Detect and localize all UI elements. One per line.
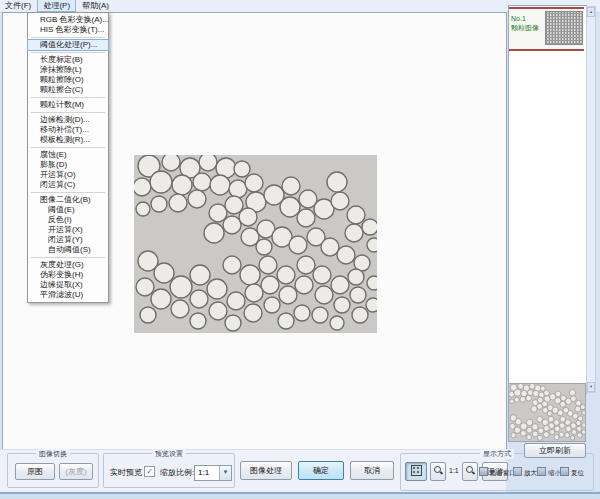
group-display-mode-label: 显示方式 [480, 449, 514, 459]
group-display-mode: 显示方式 1:1 漫游 适合窗口放大缩小复位 [400, 453, 594, 491]
ok-button[interactable]: 确定 [298, 461, 344, 480]
display-mode-option-icon [537, 467, 546, 476]
zoom-in-tool-button[interactable] [462, 462, 478, 481]
magnifier-icon [434, 466, 443, 475]
group-preview-settings-label: 预览设置 [152, 449, 186, 459]
zoom-ratio-value: 1:1 [198, 468, 209, 477]
menubar-item-file[interactable]: 文件(F) [0, 0, 36, 11]
display-mode-option-icon [513, 467, 522, 476]
zoom-ratio-label: 缩放比例: [160, 467, 194, 478]
scroll-down-icon[interactable]: ▼ [587, 382, 595, 392]
menu-item[interactable]: HIS 色彩变换(T)... [28, 25, 108, 35]
cancel-button[interactable]: 取消 [350, 461, 394, 480]
menu-item[interactable]: 长度标定(B) [28, 55, 108, 65]
menu-item[interactable]: 移动补偿(T)... [28, 125, 108, 135]
menu-item[interactable]: 腐蚀(E) [28, 150, 108, 160]
live-preview-checkbox[interactable]: ✓ [144, 466, 155, 477]
menu-item[interactable]: 膨胀(D) [28, 160, 108, 170]
history-item-thumbnail [545, 11, 583, 45]
menu-separator [31, 97, 105, 98]
display-mode-option[interactable]: 复位 [560, 467, 584, 477]
display-mode-option-icon [560, 467, 569, 476]
fit-window-button[interactable] [405, 462, 427, 481]
menu-item[interactable]: 颗粒擦除(O) [28, 75, 108, 85]
menu-item[interactable]: 闭运算(C) [28, 180, 108, 190]
gray-image-button: (灰度) [59, 463, 93, 480]
magnifier-plus-icon [466, 466, 475, 475]
preview-thumbnail-image[interactable] [509, 384, 585, 441]
menu-item[interactable]: 阈值化处理(P)... [28, 40, 108, 50]
history-listbox[interactable]: No.1 颗粒图像 [508, 5, 587, 394]
refresh-button[interactable]: 立即刷新 [524, 443, 586, 458]
window-bottom-frame [0, 494, 600, 499]
ratio-1to1-label: 1:1 [449, 467, 459, 474]
menu-item[interactable]: 灰度处理(G) [28, 260, 108, 270]
menu-separator [31, 52, 105, 53]
group-image-select-label: 图像切换 [36, 449, 70, 459]
process-dropdown-menu: RGB 色彩变换(A)...HIS 色彩变换(T)...阈值化处理(P)...长… [27, 12, 109, 303]
zoom-ratio-combobox[interactable]: 1:1 ▼ [194, 465, 232, 481]
display-mode-option[interactable]: 适合窗口 [479, 467, 516, 477]
menu-item[interactable]: 颗粒计数(M) [28, 100, 108, 110]
menu-item[interactable]: 平滑滤波(U) [28, 290, 108, 300]
menu-item[interactable]: 自动阈值(S) [28, 245, 108, 255]
menu-separator [31, 257, 105, 258]
live-preview-label: 实时预览 [110, 467, 142, 478]
group-image-select: 图像切换 原图 (灰度) [7, 453, 99, 488]
menu-item[interactable]: 闭运算(Y) [28, 235, 108, 245]
menu-item[interactable]: RGB 色彩变换(A)... [28, 15, 108, 25]
bottom-toolbar: 图像切换 原图 (灰度) 预览设置 实时预览 ✓ 缩放比例: 1:1 ▼ 图像处… [0, 449, 506, 493]
menu-separator [31, 192, 105, 193]
menu-separator [31, 37, 105, 38]
menubar-item-help[interactable]: 帮助(A) [77, 0, 114, 11]
combo-dropdown-icon[interactable]: ▼ [219, 466, 231, 480]
scroll-up-icon[interactable]: ▲ [587, 7, 595, 17]
menu-separator [31, 147, 105, 148]
menu-item[interactable]: 颗粒擦合(C) [28, 85, 108, 95]
menu-item[interactable]: 涂抹擦除(L) [28, 65, 108, 75]
menu-item[interactable]: 开运算(O) [28, 170, 108, 180]
specimen-image [134, 155, 377, 333]
history-list-item-selected[interactable]: No.1 颗粒图像 [509, 7, 584, 51]
menu-separator [31, 112, 105, 113]
history-scrollbar[interactable]: ▲ ▼ [586, 6, 596, 393]
menu-item[interactable]: 图像二值化(B) [28, 195, 108, 205]
menu-item[interactable]: 边缘检测(D)... [28, 115, 108, 125]
menu-item[interactable]: 边缘提取(X) [28, 280, 108, 290]
display-mode-option-icon [479, 467, 488, 476]
process-image-button[interactable]: 图像处理 [240, 461, 292, 480]
menu-item[interactable]: 开运算(X) [28, 225, 108, 235]
group-preview-settings: 预览设置 实时预览 ✓ 缩放比例: 1:1 ▼ [103, 453, 235, 488]
history-item-label: No.1 颗粒图像 [511, 14, 545, 32]
menu-item[interactable]: 阈值(E) [28, 205, 108, 215]
menu-item[interactable]: 模板检测(R)... [28, 135, 108, 145]
display-mode-option[interactable]: 缩小 [537, 467, 561, 477]
preview-thumbnail-frame [508, 383, 586, 442]
fit-window-icon [411, 465, 422, 476]
zoom-tool-button[interactable] [430, 462, 446, 481]
menubar-item-process[interactable]: 处理(P) [38, 0, 75, 11]
menu-item[interactable]: 反色(I) [28, 215, 108, 225]
display-mode-option[interactable]: 放大 [513, 467, 537, 477]
original-image-button[interactable]: 原图 [15, 463, 55, 480]
menu-item[interactable]: 伪彩变换(H) [28, 270, 108, 280]
